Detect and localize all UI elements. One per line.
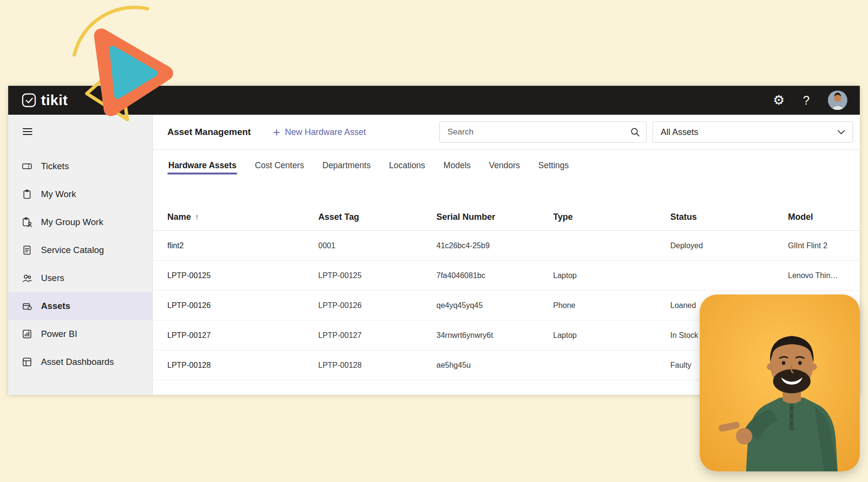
search-input[interactable]	[448, 127, 630, 137]
column-header-asset-tag[interactable]: Asset Tag	[318, 212, 436, 222]
clipboard-group-icon	[22, 217, 32, 228]
plus-icon: +	[273, 127, 280, 138]
cell-status: Deployed	[670, 241, 788, 250]
column-header-name[interactable]: Name ↑	[167, 212, 318, 222]
sidebar-item-power-bi[interactable]: Power BI	[8, 320, 152, 348]
cell-name: LPTP-00125	[167, 271, 318, 280]
search-icon[interactable]	[630, 127, 640, 137]
page: { "colors": { "accent": "#6264A7", "topb…	[0, 0, 868, 482]
table-header-row: Name ↑ Asset Tag Serial Number Type Stat…	[153, 204, 860, 231]
cell-asset-tag: LPTP-00128	[318, 361, 436, 370]
sidebar: Tickets My Work My Gro	[8, 115, 153, 395]
sort-ascending-icon: ↑	[195, 213, 199, 222]
box-icon	[22, 301, 32, 311]
cell-serial-number: qe4yq45yq45	[436, 301, 553, 310]
cell-name: LPTP-00127	[167, 331, 318, 340]
page-title: Asset Management	[167, 127, 251, 137]
help-icon[interactable]: ?	[803, 94, 810, 107]
sidebar-item-service-catalog[interactable]: Service Catalog	[8, 236, 152, 264]
cell-asset-tag: LPTP-00127	[318, 331, 436, 340]
new-hardware-asset-button[interactable]: + New Hardware Asset	[273, 127, 366, 138]
document-icon	[22, 245, 32, 255]
sidebar-item-asset-dashboards[interactable]: Asset Dashboards	[8, 348, 152, 376]
cell-serial-number: 7fa4046081bc	[436, 271, 553, 280]
dashboard-icon	[22, 357, 32, 367]
sidebar-item-my-group-work[interactable]: My Group Work	[8, 208, 152, 236]
sidebar-item-users[interactable]: Users	[8, 264, 152, 292]
table-row[interactable]: flint2 0001 41c26bc4-25b9 Deployed GlInt…	[153, 231, 860, 261]
cell-type: Phone	[553, 301, 670, 310]
sidebar-item-label: Assets	[41, 301, 70, 311]
column-header-model[interactable]: Model	[788, 212, 845, 222]
tab-departments[interactable]: Departments	[322, 156, 372, 178]
cell-asset-tag: LPTP-00125	[318, 271, 436, 280]
cell-name: flint2	[167, 241, 318, 250]
cell-asset-tag: LPTP-00126	[318, 301, 436, 310]
sidebar-item-assets[interactable]: Assets	[8, 292, 152, 320]
sidebar-item-tickets[interactable]: Tickets	[8, 152, 152, 180]
cell-name: LPTP-00128	[167, 361, 318, 370]
sidebar-nav: Tickets My Work My Gro	[8, 152, 152, 376]
cell-name: LPTP-00126	[167, 301, 318, 310]
cell-model: GlInt Flint 2	[788, 241, 845, 250]
tab-locations[interactable]: Locations	[388, 156, 426, 178]
cell-serial-number: 41c26bc4-25b9	[436, 241, 553, 250]
chevron-down-icon	[838, 130, 845, 134]
logo-text: tikit	[41, 92, 68, 108]
filter-value: All Assets	[661, 127, 698, 137]
avatar-image	[828, 91, 847, 110]
table-row[interactable]: LPTP-00125 LPTP-00125 7fa4046081bc Lapto…	[153, 261, 860, 291]
topbar-actions: ⚙ ?	[773, 91, 847, 110]
ticket-icon	[22, 161, 32, 172]
sidebar-item-label: Service Catalog	[41, 245, 104, 255]
column-header-status[interactable]: Status	[670, 212, 788, 222]
chart-icon	[22, 329, 32, 339]
tab-settings[interactable]: Settings	[537, 156, 570, 178]
tab-hardware-assets[interactable]: Hardware Assets	[167, 156, 237, 178]
sidebar-item-label: Asset Dashboards	[41, 357, 114, 367]
sidebar-item-label: Tickets	[41, 161, 69, 172]
main-header: Asset Management + New Hardware Asset Al…	[153, 115, 860, 150]
cell-type: Laptop	[553, 331, 670, 340]
cell-model: Lenovo ThinkPro	[788, 271, 845, 280]
sidebar-item-label: Users	[41, 273, 64, 283]
cell-serial-number: ae5hg45u	[436, 361, 553, 370]
doodle-yellow-arc	[74, 7, 148, 55]
hamburger-menu-icon[interactable]	[8, 126, 152, 152]
tab-bar: Hardware Assets Cost Centers Departments…	[153, 150, 860, 184]
tab-models[interactable]: Models	[443, 156, 472, 178]
sidebar-item-label: My Group Work	[41, 217, 103, 228]
sidebar-item-label: My Work	[41, 189, 76, 200]
tab-cost-centers[interactable]: Cost Centers	[254, 156, 305, 178]
asset-filter-dropdown[interactable]: All Assets	[652, 121, 853, 143]
column-header-serial-number[interactable]: Serial Number	[436, 212, 553, 222]
cell-asset-tag: 0001	[318, 241, 436, 250]
sidebar-item-my-work[interactable]: My Work	[8, 180, 152, 208]
clipboard-icon	[22, 189, 32, 200]
sidebar-item-label: Power BI	[41, 329, 77, 339]
user-avatar[interactable]	[828, 91, 847, 110]
people-icon	[22, 273, 32, 283]
search-box	[439, 121, 647, 143]
cell-type: Laptop	[553, 271, 670, 280]
cell-serial-number: 34rnwrt6ynwry6t	[436, 331, 553, 340]
column-header-type[interactable]: Type	[553, 212, 670, 222]
person-illustration	[700, 295, 860, 471]
topbar: tikit ⚙ ?	[8, 86, 860, 115]
tab-vendors[interactable]: Vendors	[488, 156, 521, 178]
tikit-logo: tikit	[22, 92, 68, 108]
tikit-logo-icon	[22, 93, 36, 107]
person-photo	[700, 295, 860, 471]
settings-gear-icon[interactable]: ⚙	[773, 94, 785, 107]
